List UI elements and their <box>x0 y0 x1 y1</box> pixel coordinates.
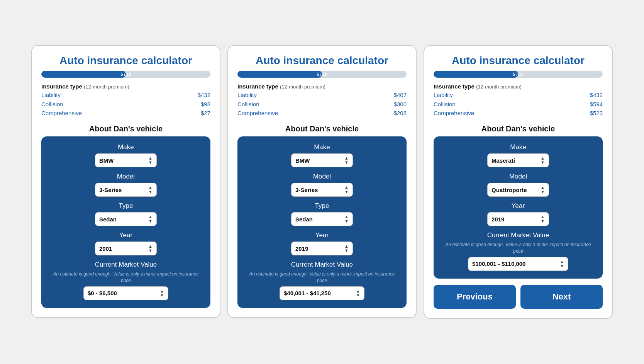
insurance-row-value: $523 <box>590 109 603 117</box>
insurance-row-value: $594 <box>590 100 603 109</box>
progress-bar: 5 / 10 <box>237 71 407 78</box>
insurance-row-value: $300 <box>394 100 407 109</box>
insurance-row-value: $98 <box>201 100 210 109</box>
select-arrows-0: ▲▼ <box>541 156 545 165</box>
select-1[interactable]: 3-Series▲▼ <box>95 183 157 197</box>
insurance-row-value: $432 <box>198 90 210 99</box>
insurance-row-label: Comprehensive <box>41 109 82 117</box>
field-label-0: Make <box>314 143 330 151</box>
field-label-3: Current Market Value <box>487 231 549 239</box>
select-arrows-3: ▲▼ <box>344 244 349 253</box>
field-group-4: Current Market ValueAn estimate is good … <box>51 261 201 300</box>
select-arrows-3: ▲▼ <box>148 244 153 253</box>
insurance-type-header: Insurance type (12-month premium) <box>434 83 603 90</box>
select-value-1: Quattroporte <box>491 187 527 193</box>
insurance-row-value: $407 <box>394 90 407 99</box>
select-0[interactable]: BMW▲▼ <box>291 153 353 167</box>
field-label-2: Year <box>512 202 525 210</box>
select-4[interactable]: $0 - $6,500▲▼ <box>83 286 168 300</box>
select-1[interactable]: 3-Series▲▼ <box>291 183 353 197</box>
progress-label: 5 / 10 <box>41 71 210 78</box>
field-sublabel-3: An estimate is good enough. Value is onl… <box>443 242 593 255</box>
select-value-4: $0 - $6,500 <box>88 290 117 296</box>
insurance-row-0: Liability$432 <box>41 90 210 99</box>
select-arrows-1: ▲▼ <box>344 185 349 194</box>
field-group-1: Model3-Series▲▼ <box>51 173 201 197</box>
select-2[interactable]: Sedan▲▼ <box>291 212 353 226</box>
insurance-row-label: Liability <box>434 90 453 99</box>
select-value-1: 3-Series <box>295 187 318 193</box>
insurance-row-1: Collision$300 <box>237 100 407 109</box>
select-arrows-3: ▲▼ <box>560 260 564 268</box>
button-row: PreviousNext <box>434 285 603 309</box>
insurance-section: Insurance type (12-month premium)Liabili… <box>434 83 603 117</box>
card-title: Auto insurance calculator <box>41 54 210 67</box>
vehicle-title: About Dan's vehicle <box>434 124 603 133</box>
select-3[interactable]: 2001▲▼ <box>95 242 157 255</box>
field-group-3: Year2019▲▼ <box>247 231 397 255</box>
next-button[interactable]: Next <box>520 285 603 309</box>
field-group-0: MakeBMW▲▼ <box>247 143 397 167</box>
select-arrows-2: ▲▼ <box>344 215 349 223</box>
insurance-section: Insurance type (12-month premium)Liabili… <box>237 83 407 117</box>
select-value-0: Maserati <box>491 157 515 164</box>
insurance-section: Insurance type (12-month premium)Liabili… <box>41 83 210 117</box>
field-sublabel-4: An estimate is good enough. Value is onl… <box>247 271 397 284</box>
previous-button[interactable]: Previous <box>434 285 516 309</box>
insurance-row-0: Liability$407 <box>237 90 407 99</box>
field-label-4: Current Market Value <box>291 261 353 269</box>
select-arrows-2: ▲▼ <box>148 215 153 223</box>
field-group-4: Current Market ValueAn estimate is good … <box>247 261 397 300</box>
select-0[interactable]: BMW▲▼ <box>95 153 157 167</box>
insurance-row-value: $208 <box>394 109 407 117</box>
insurance-row-2: Comprehensive$523 <box>434 109 603 117</box>
field-label-0: Make <box>510 143 526 151</box>
select-4[interactable]: $40,001 - $41,250▲▼ <box>280 286 364 300</box>
page-wrapper: Auto insurance calculator5 / 10Insurance… <box>0 37 644 326</box>
progress-bar: 5 / 10 <box>41 71 210 78</box>
select-value-2: Sedan <box>295 216 313 223</box>
card-title: Auto insurance calculator <box>237 54 407 67</box>
select-value-0: BMW <box>99 157 114 164</box>
field-group-1: Model3-Series▲▼ <box>247 173 397 197</box>
insurance-type-header: Insurance type (12-month premium) <box>237 83 407 90</box>
select-value-2: 2019 <box>491 216 504 223</box>
insurance-row-value: $432 <box>590 90 603 99</box>
field-group-0: MakeMaserati▲▼ <box>443 143 593 167</box>
card-1: Auto insurance calculator5 / 10Insurance… <box>31 45 220 318</box>
vehicle-title: About Dan's vehicle <box>41 124 210 133</box>
field-label-0: Make <box>118 143 134 151</box>
select-1[interactable]: Quattroporte▲▼ <box>487 183 549 197</box>
vehicle-panel: MakeMaserati▲▼ModelQuattroporte▲▼Year201… <box>434 136 603 279</box>
select-2[interactable]: 2019▲▼ <box>487 212 549 226</box>
field-group-1: ModelQuattroporte▲▼ <box>443 173 593 197</box>
select-value-1: 3-Series <box>99 187 122 193</box>
insurance-row-label: Collision <box>434 100 456 109</box>
field-group-2: TypeSedan▲▼ <box>51 202 201 226</box>
insurance-row-0: Liability$432 <box>434 90 603 99</box>
progress-label: 5 / 10 <box>237 71 407 78</box>
field-label-2: Type <box>315 202 329 210</box>
select-arrows-0: ▲▼ <box>148 156 153 165</box>
field-group-2: TypeSedan▲▼ <box>247 202 397 226</box>
insurance-type-header: Insurance type (12-month premium) <box>41 83 210 90</box>
insurance-row-label: Liability <box>41 90 61 99</box>
select-0[interactable]: Maserati▲▼ <box>487 153 549 167</box>
field-group-3: Year2001▲▼ <box>51 231 201 255</box>
select-arrows-0: ▲▼ <box>344 156 349 165</box>
progress-label: 5 / 10 <box>434 71 603 78</box>
card-2: Auto insurance calculator5 / 10Insurance… <box>227 45 417 318</box>
field-group-3: Current Market ValueAn estimate is good … <box>443 231 593 271</box>
field-group-0: MakeBMW▲▼ <box>51 143 201 167</box>
insurance-row-2: Comprehensive$208 <box>237 109 407 117</box>
select-arrows-4: ▲▼ <box>160 289 164 298</box>
select-arrows-1: ▲▼ <box>541 185 545 194</box>
select-value-3: 2019 <box>295 245 308 252</box>
insurance-row-label: Collision <box>237 100 259 109</box>
select-2[interactable]: Sedan▲▼ <box>95 212 157 226</box>
insurance-row-1: Collision$594 <box>434 100 603 109</box>
select-3[interactable]: 2019▲▼ <box>291 242 353 255</box>
field-group-2: Year2019▲▼ <box>443 202 593 226</box>
select-3[interactable]: $100,001 - $110,000▲▼ <box>468 257 568 271</box>
insurance-row-label: Comprehensive <box>434 109 474 117</box>
